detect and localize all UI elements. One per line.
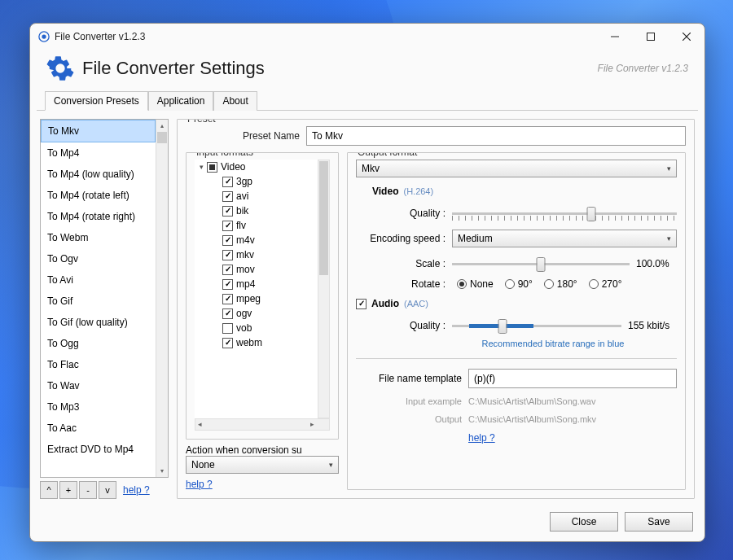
scale-slider[interactable] (452, 256, 630, 272)
move-down-button[interactable]: v (99, 481, 116, 499)
preset-item[interactable]: To Gif (low quality) (41, 312, 156, 333)
format-item[interactable]: mkv (195, 247, 318, 262)
video-heading: Video (372, 186, 398, 197)
rotate-radio[interactable]: 90° (505, 278, 533, 290)
scroll-down-icon[interactable]: ▾ (156, 465, 168, 477)
scroll-thumb[interactable] (157, 132, 167, 143)
svg-rect-3 (647, 33, 655, 41)
rotate-radio[interactable]: 180° (544, 278, 577, 290)
preset-item[interactable]: To Mp4 (low quality) (41, 164, 156, 185)
preset-item[interactable]: To Gif (41, 291, 156, 312)
format-checkbox[interactable] (222, 235, 233, 246)
format-checkbox[interactable] (222, 338, 233, 348)
tab-about[interactable]: About (213, 91, 257, 111)
preset-item[interactable]: To Avi (41, 269, 156, 291)
filename-template-label: File name template (356, 373, 462, 384)
audio-quality-slider[interactable] (452, 317, 621, 334)
rotate-radio[interactable]: 270° (589, 278, 622, 290)
output-column: Output format Mkv ▾ Video (H.264) Qualit… (347, 152, 686, 490)
slider-thumb[interactable] (498, 319, 507, 334)
tree-vscroll-thumb[interactable] (319, 161, 328, 275)
slider-thumb[interactable] (587, 207, 596, 221)
preset-item[interactable]: To Mp4 (41, 142, 156, 164)
svg-point-1 (42, 34, 46, 38)
format-item[interactable]: avi (195, 189, 318, 203)
gear-icon (46, 55, 74, 82)
minimize-button[interactable] (597, 24, 633, 50)
version-label: File Converter v1.2.3 (598, 63, 688, 74)
tab-application[interactable]: Application (148, 91, 214, 111)
slider-thumb[interactable] (537, 257, 546, 272)
preset-item[interactable]: To Mp3 (41, 396, 156, 418)
format-checkbox[interactable] (222, 191, 233, 202)
encoding-speed-dropdown[interactable]: Medium ▾ (452, 230, 677, 247)
preset-item[interactable]: To Webm (41, 227, 156, 248)
preset-item[interactable]: To Ogv (41, 248, 156, 269)
format-item[interactable]: m4v (195, 233, 318, 247)
filename-template-input[interactable] (468, 369, 677, 388)
format-checkbox[interactable] (222, 265, 233, 275)
preset-list[interactable]: To MkvTo Mp4To Mp4 (low quality)To Mp4 (… (40, 119, 169, 478)
add-preset-button[interactable]: + (59, 481, 77, 499)
scale-label: Scale : (356, 258, 446, 269)
format-item[interactable]: mpeg (195, 291, 318, 306)
input-formats-column: Input formats ▾Video3gpavibikflvm4vmkvmo… (186, 152, 339, 490)
format-checkbox[interactable] (222, 323, 233, 334)
input-help-link[interactable]: help ? (186, 479, 339, 490)
preset-name-input[interactable] (306, 126, 686, 146)
radio-dot (457, 279, 467, 289)
format-item[interactable]: flv (195, 218, 318, 233)
input-formats-tree[interactable]: ▾Video3gpavibikflvm4vmkvmovmp4mpegogvvob… (195, 160, 330, 431)
format-item[interactable]: vob (195, 321, 318, 335)
app-icon (38, 31, 50, 42)
expand-icon[interactable]: ▾ (200, 163, 204, 171)
scroll-up-icon[interactable]: ▴ (156, 120, 168, 132)
preset-item[interactable]: To Mp4 (rotate left) (41, 185, 156, 206)
format-item[interactable]: ogv (195, 306, 318, 321)
video-quality-slider[interactable] (452, 205, 677, 221)
maximize-button[interactable] (633, 24, 669, 50)
preset-item[interactable]: To Aac (41, 418, 156, 439)
format-item[interactable]: mp4 (195, 277, 318, 291)
tree-vscrollbar[interactable] (318, 160, 330, 418)
format-checkbox[interactable] (222, 177, 233, 187)
tree-root[interactable]: ▾Video (195, 160, 318, 174)
preset-item[interactable]: To Ogg (41, 333, 156, 354)
audio-heading: Audio (371, 298, 399, 309)
output-format-dropdown[interactable]: Mkv ▾ (356, 160, 677, 177)
video-section-head: Video (H.264) (372, 186, 677, 197)
format-checkbox[interactable] (222, 221, 233, 231)
preset-item[interactable]: To Mkv (41, 120, 156, 142)
preset-name-label: Preset Name (186, 130, 300, 142)
tree-hscrollbar[interactable]: ◂▸ (195, 418, 330, 431)
format-item[interactable]: mov (195, 262, 318, 277)
preset-help-link[interactable]: help ? (123, 484, 150, 496)
format-checkbox[interactable] (222, 250, 233, 260)
format-checkbox[interactable] (222, 294, 233, 304)
tab-conversion-presets[interactable]: Conversion Presets (45, 91, 148, 111)
format-item[interactable]: bik (195, 203, 318, 218)
rotate-radio[interactable]: None (457, 278, 494, 290)
root-checkbox[interactable] (207, 162, 217, 173)
audio-enable-checkbox[interactable] (356, 299, 366, 309)
preset-item[interactable]: To Wav (41, 375, 156, 396)
move-up-button[interactable]: ^ (40, 481, 58, 499)
remove-preset-button[interactable]: - (79, 481, 97, 499)
format-checkbox[interactable] (222, 279, 233, 290)
preset-item[interactable]: To Mp4 (rotate right) (41, 206, 156, 227)
footer: Close Save (30, 504, 704, 541)
preset-scrollbar[interactable]: ▴ ▾ (156, 120, 168, 477)
format-checkbox[interactable] (222, 308, 233, 319)
preset-item[interactable]: Extract DVD to Mp4 (41, 439, 156, 460)
video-quality-label: Quality : (356, 208, 446, 219)
format-item[interactable]: 3gp (195, 174, 318, 189)
format-item[interactable]: webm (195, 335, 318, 350)
close-window-button[interactable] (669, 24, 704, 50)
save-button[interactable]: Save (625, 512, 693, 532)
close-button[interactable]: Close (550, 512, 618, 532)
format-checkbox[interactable] (222, 206, 233, 217)
template-help-link[interactable]: help ? (468, 432, 495, 444)
preset-item[interactable]: To Flac (41, 354, 156, 375)
action-label: Action when conversion su (186, 444, 339, 456)
action-dropdown[interactable]: None ▾ (186, 456, 339, 474)
